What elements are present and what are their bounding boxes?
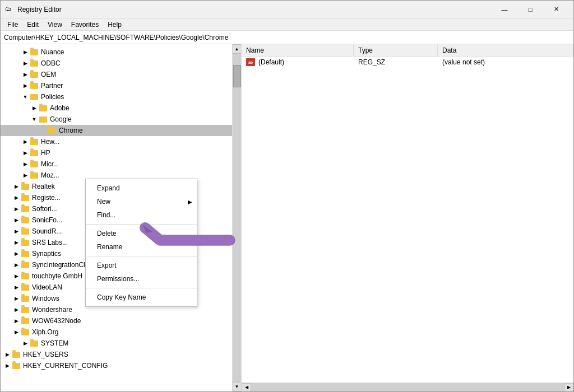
chevron-icon: ▶ bbox=[21, 70, 30, 79]
scroll-up-arrow[interactable]: ▲ bbox=[233, 44, 242, 54]
folder-open-icon bbox=[39, 115, 48, 124]
chevron-icon: ▶ bbox=[12, 328, 21, 337]
col-header-type: Type bbox=[354, 44, 438, 56]
tree-item-microsoft[interactable]: ▶ Micr... bbox=[1, 158, 241, 170]
folder-icon bbox=[21, 227, 30, 236]
folder-icon bbox=[30, 59, 39, 68]
tree-label: WOW6432Node bbox=[32, 317, 81, 325]
folder-icon bbox=[21, 272, 30, 281]
chevron-icon: ▶ bbox=[30, 104, 39, 113]
tree-item-google[interactable]: ▼ Google bbox=[1, 114, 241, 125]
chevron-icon: ▶ bbox=[12, 316, 21, 325]
tree-scrollbar[interactable]: ▲ ▼ bbox=[232, 44, 241, 391]
chevron-icon: ▶ bbox=[21, 81, 30, 90]
tree-item-hkeycurrentconfig[interactable]: ▶ HKEY_CURRENT_CONFIG bbox=[1, 360, 241, 371]
detail-value-name: (Default) bbox=[258, 58, 284, 66]
ctx-copy-key-name[interactable]: Copy Key Name bbox=[86, 291, 197, 304]
folder-icon bbox=[12, 350, 21, 359]
tree-label: Realtek bbox=[32, 183, 55, 190]
chevron-down-icon: ▼ bbox=[30, 115, 39, 124]
reg-value-icon: ab bbox=[246, 58, 255, 66]
ctx-rename[interactable]: Rename bbox=[86, 240, 197, 254]
scroll-thumb[interactable] bbox=[233, 65, 241, 87]
menu-favorites[interactable]: Favorites bbox=[67, 20, 103, 30]
tree-item-chrome[interactable]: ▶ Chrome bbox=[1, 125, 241, 136]
close-button[interactable]: ✕ bbox=[543, 1, 569, 18]
folder-icon bbox=[21, 316, 30, 325]
detail-row-default[interactable]: ab (Default) REG_SZ (value not set) bbox=[242, 57, 573, 68]
tree-item-xiph[interactable]: ▶ Xiph.Org bbox=[1, 326, 241, 338]
tree-label: SoundR... bbox=[32, 227, 62, 235]
tree-item-partner[interactable]: ▶ Partner bbox=[1, 80, 241, 91]
menu-help[interactable]: Help bbox=[103, 20, 126, 30]
tree-label: Google bbox=[50, 115, 72, 123]
tree-item-hkeyusers[interactable]: ▶ HKEY_USERS bbox=[1, 349, 241, 360]
tree-panel: ▶ Nuance ▶ ODBC ▶ OEM ▶ bbox=[1, 44, 242, 391]
hscroll-track bbox=[251, 383, 564, 391]
tree-item-system[interactable]: ▶ SYSTEM bbox=[1, 338, 241, 349]
folder-icon bbox=[21, 294, 30, 303]
menu-edit[interactable]: Edit bbox=[22, 20, 43, 30]
detail-panel: Name Type Data ab (Default) REG_SZ (valu… bbox=[242, 44, 573, 391]
ctx-permissions[interactable]: Permissions... bbox=[86, 272, 197, 286]
ctx-copy-key-name-label: Copy Key Name bbox=[97, 293, 146, 301]
folder-icon bbox=[12, 361, 21, 370]
ctx-export[interactable]: Export bbox=[86, 259, 197, 272]
folder-icon bbox=[21, 328, 30, 337]
tree-label: Xiph.Org bbox=[32, 328, 58, 336]
chevron-icon: ▶ bbox=[21, 339, 30, 348]
chevron-icon: ▶ bbox=[3, 361, 12, 370]
chevron-icon: ▶ bbox=[3, 350, 12, 359]
tree-item-odbc[interactable]: ▶ ODBC bbox=[1, 58, 241, 69]
ctx-find[interactable]: Find... bbox=[86, 208, 197, 222]
menu-bar: File Edit View Favorites Help bbox=[1, 18, 573, 31]
hscroll-right-arrow[interactable]: ▶ bbox=[564, 383, 573, 392]
folder-icon bbox=[30, 81, 39, 90]
address-text: Computer\HKEY_LOCAL_MACHINE\SOFTWARE\Pol… bbox=[4, 34, 228, 41]
folder-icon bbox=[21, 260, 30, 269]
tree-item-adobe[interactable]: ▶ Adobe bbox=[1, 102, 241, 114]
scroll-down-arrow[interactable]: ▼ bbox=[233, 382, 242, 391]
chevron-icon: ▶ bbox=[12, 283, 21, 292]
folder-icon bbox=[30, 160, 39, 169]
detail-value-data: (value not set) bbox=[442, 58, 485, 66]
tree-label: Windows bbox=[32, 295, 59, 302]
detail-h-scrollbar: ◀ ▶ bbox=[242, 382, 573, 391]
chevron-icon: ▶ bbox=[12, 238, 21, 247]
tree-item-wow6432[interactable]: ▶ WOW6432Node bbox=[1, 315, 241, 326]
hscroll-left-arrow[interactable]: ◀ bbox=[242, 383, 251, 392]
maximize-button[interactable]: □ bbox=[517, 1, 543, 18]
menu-file[interactable]: File bbox=[3, 20, 22, 30]
folder-icon bbox=[21, 305, 30, 314]
ctx-export-label: Export bbox=[97, 262, 117, 269]
ctx-separator-2 bbox=[86, 256, 197, 256]
tree-label: Wondershare bbox=[32, 306, 72, 314]
folder-icon bbox=[48, 126, 57, 135]
detail-cell-name: ab (Default) bbox=[242, 57, 354, 68]
ctx-expand[interactable]: Expand bbox=[86, 181, 197, 195]
menu-view[interactable]: View bbox=[43, 20, 67, 30]
ctx-delete-label: Delete bbox=[97, 230, 117, 237]
folder-open-icon bbox=[30, 92, 39, 101]
ctx-separator-1 bbox=[86, 224, 197, 225]
tree-item-oem[interactable]: ▶ OEM bbox=[1, 69, 241, 80]
detail-cell-type: REG_SZ bbox=[354, 57, 438, 68]
tree-label: Partner bbox=[41, 82, 63, 90]
folder-icon bbox=[21, 193, 30, 202]
chevron-icon: ▶ bbox=[21, 148, 30, 157]
ctx-new[interactable]: New ▶ bbox=[86, 195, 197, 208]
tree-item-hewlett[interactable]: ▶ Hew... bbox=[1, 136, 241, 147]
app-icon: 🗂 bbox=[5, 5, 14, 14]
ctx-rename-label: Rename bbox=[97, 243, 122, 251]
ctx-delete[interactable]: Delete bbox=[86, 227, 197, 240]
main-area: ▶ Nuance ▶ ODBC ▶ OEM ▶ bbox=[1, 44, 573, 391]
chevron-icon: ▶ bbox=[21, 160, 30, 169]
folder-icon bbox=[39, 104, 48, 113]
tree-item-hp[interactable]: ▶ HP bbox=[1, 147, 241, 158]
ctx-new-label: New bbox=[97, 198, 110, 206]
folder-icon bbox=[30, 48, 39, 57]
chevron-icon: ▶ bbox=[12, 260, 21, 269]
minimize-button[interactable]: — bbox=[492, 1, 517, 18]
tree-item-nuance[interactable]: ▶ Nuance bbox=[1, 46, 241, 58]
tree-item-policies[interactable]: ▼ Policies bbox=[1, 91, 241, 102]
